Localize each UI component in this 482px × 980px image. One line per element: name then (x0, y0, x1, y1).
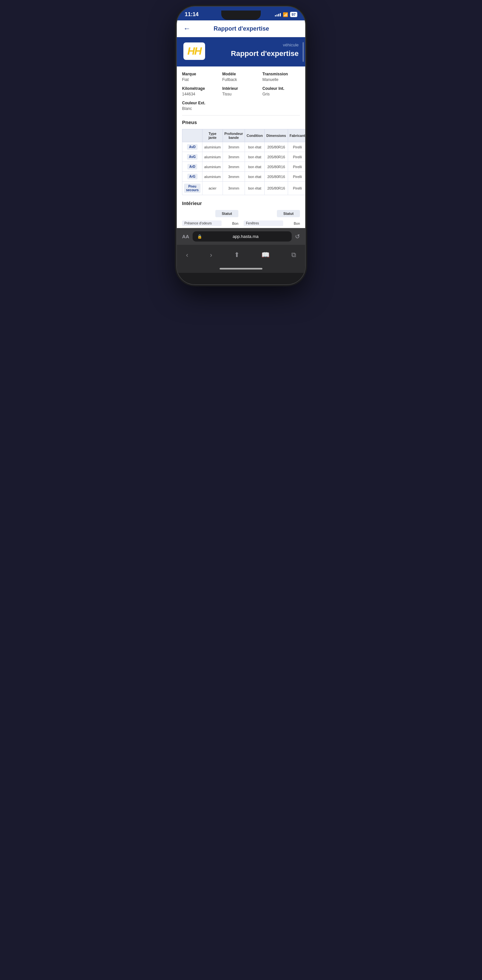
table-row: Pneu secours acier 3mmm bon état 205/80R… (182, 181, 305, 195)
tire-fabricant: Pirelli (288, 172, 305, 181)
tire-condition: bon état (245, 172, 265, 181)
col-fabricant: Fabricant (288, 129, 305, 142)
nav-back-button[interactable]: ‹ (184, 248, 191, 261)
interieur-right-rows: Fenêtres Bon Verrouillage portes Bon Cei… (244, 219, 300, 228)
row-value: Bon (222, 221, 238, 226)
interieur-two-col: Statut Présence d'odeurs Bon Tapis prése… (182, 210, 300, 228)
modele-label: Modèle (222, 72, 260, 76)
page-title: Rapport d'expertise (194, 25, 289, 32)
interieur-left-header: Statut (182, 210, 238, 217)
col-empty (182, 129, 203, 142)
list-item: Présence d'odeurs Bon (182, 219, 238, 228)
tire-dimensions: 205/80R16 (265, 162, 288, 172)
interieur-right-col: Statut Fenêtres Bon Verrouillage portes … (244, 210, 300, 228)
notch (221, 11, 261, 20)
signal-bars-icon (275, 13, 281, 16)
banner-right: véhicule Rapport d'expertise (211, 43, 298, 58)
couleur-int-value: Gris (262, 92, 270, 96)
bottom-nav: ‹ › ⬆ 📖 ⧉ (177, 245, 305, 268)
kilometrage-label: Kilométrage (182, 86, 220, 91)
interieur-label: Intérieur (222, 86, 260, 91)
nav-tabs-button[interactable]: ⧉ (289, 248, 298, 261)
divider-1 (182, 115, 300, 116)
tire-condition: bon état (245, 152, 265, 162)
tire-label-cell: AvD (182, 142, 203, 152)
scroll-indicator (303, 42, 304, 62)
interieur-right-header: Statut (244, 210, 300, 217)
wifi-icon: 📶 (283, 12, 288, 17)
blue-banner: HH véhicule Rapport d'expertise (177, 37, 305, 67)
col-type-jante: Type jante (203, 129, 223, 142)
tire-fabricant: Pirelli (288, 162, 305, 172)
tire-condition: bon état (245, 162, 265, 172)
lock-icon: 🔒 (197, 234, 202, 239)
browser-bar: AA 🔒 app.hasta.ma ↺ (177, 228, 305, 245)
tire-dimensions: 205/80R16 (265, 172, 288, 181)
kilometrage-item: Kilométrage 144634 (182, 86, 220, 97)
tire-dimensions: 205/80R16 (265, 152, 288, 162)
col-condition: Condition (245, 129, 265, 142)
vehicle-info-section: Marque Fiat Modèle Fullback Transmission… (177, 67, 305, 228)
phone-frame: 11:14 📶 97 ← Rapport d'expertise HH véhi… (177, 6, 305, 284)
row-label: Fenêtres (244, 221, 283, 226)
nav-share-button[interactable]: ⬆ (231, 248, 242, 261)
col-dimensions: Dimensions (265, 129, 288, 142)
aa-button[interactable]: AA (182, 234, 189, 239)
tire-label-cell: Pneu secours (182, 181, 203, 195)
modele-value: Fullback (222, 77, 237, 82)
tire-type-jante: aluminium (203, 162, 223, 172)
kilometrage-value: 144634 (182, 92, 195, 96)
col-profondeur: Profondeur bande (223, 129, 245, 142)
table-row: ArD aluminium 3mmm bon état 205/80R16 Pi… (182, 162, 305, 172)
browser-url-bar[interactable]: 🔒 app.hasta.ma (193, 231, 292, 242)
tire-profondeur: 3mmm (223, 181, 245, 195)
vehicule-label: véhicule (211, 43, 298, 48)
app-header: ← Rapport d'expertise (177, 21, 305, 37)
interieur-left-rows: Présence d'odeurs Bon Tapis présents Bon… (182, 219, 238, 228)
tire-type-jante: aluminium (203, 152, 223, 162)
tire-type-jante: aluminium (203, 142, 223, 152)
interieur-section-title: Intérieur (182, 200, 300, 206)
scrollable-content[interactable]: HH véhicule Rapport d'expertise Marque F… (177, 37, 305, 228)
couleur-int-label: Couleur Int. (262, 86, 300, 91)
marque-item: Marque Fiat (182, 72, 220, 82)
marque-value: Fiat (182, 77, 189, 82)
rapport-banner-title: Rapport d'expertise (211, 49, 298, 58)
url-text: app.hasta.ma (204, 234, 287, 239)
marque-label: Marque (182, 72, 220, 76)
back-button[interactable]: ← (184, 24, 191, 33)
tire-type-jante: aluminium (203, 172, 223, 181)
home-bar (220, 268, 262, 269)
tire-fabricant: Pirelli (288, 181, 305, 195)
battery-indicator: 97 (290, 12, 297, 17)
couleur-ext-label: Couleur Ext. (182, 101, 220, 105)
logo-container: HH (184, 43, 205, 60)
tire-label-cell: AvG (182, 152, 203, 162)
transmission-value: Manuelle (262, 77, 279, 82)
tire-condition: bon état (245, 181, 265, 195)
tires-table: Type jante Profondeur bande Condition Di… (182, 129, 305, 195)
tire-condition: bon état (245, 142, 265, 152)
tire-dimensions: 205/80R16 (265, 142, 288, 152)
couleur-int-item: Couleur Int. Gris (262, 86, 300, 97)
interieur-value: Tissu (222, 92, 231, 96)
nav-bookmarks-button[interactable]: 📖 (259, 248, 272, 261)
tire-profondeur: 3mmm (223, 172, 245, 181)
nav-forward-button[interactable]: › (207, 248, 215, 261)
tire-profondeur: 3mmm (223, 152, 245, 162)
status-icons: 📶 97 (275, 12, 297, 17)
transmission-label: Transmission (262, 72, 300, 76)
tire-label-cell: ArD (182, 162, 203, 172)
vehicle-info-grid: Marque Fiat Modèle Fullback Transmission… (182, 72, 300, 111)
home-indicator (177, 268, 305, 273)
reload-button[interactable]: ↺ (295, 233, 300, 240)
statut-header-left: Statut (215, 210, 238, 217)
couleur-ext-item: Couleur Ext. Blanc (182, 101, 220, 111)
tire-fabricant: Pirelli (288, 142, 305, 152)
tire-type-jante: acier (203, 181, 223, 195)
row-value: Bon (283, 221, 300, 226)
tire-profondeur: 3mmm (223, 162, 245, 172)
interieur-item: Intérieur Tissu (222, 86, 260, 97)
statut-header-right: Statut (277, 210, 300, 217)
tire-dimensions: 205/80R16 (265, 181, 288, 195)
